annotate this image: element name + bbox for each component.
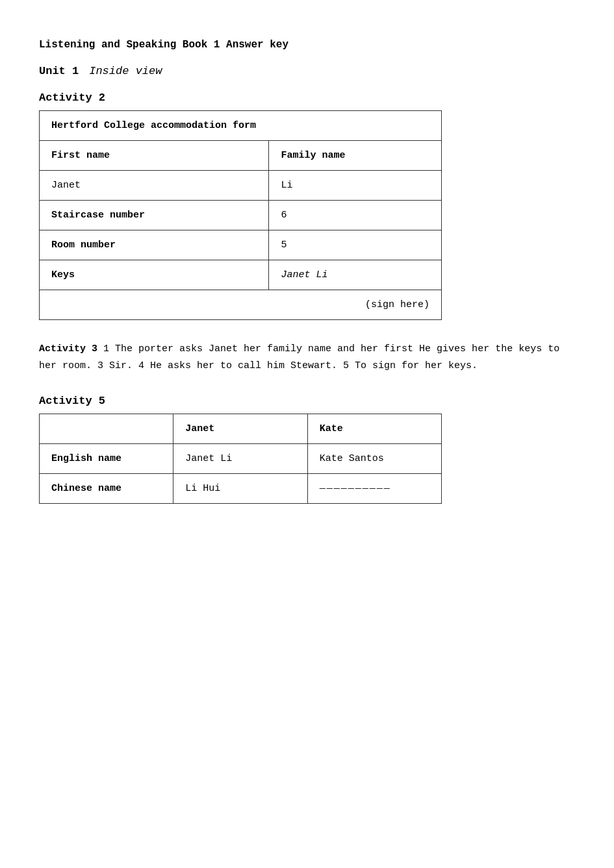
first-name-value: Janet (40, 171, 269, 201)
page-title: Listening and Speaking Book 1 Answer key (39, 39, 575, 51)
a5-chinese-name-janet: Li Hui (173, 474, 307, 504)
unit-heading: Unit 1 Inside view (39, 65, 575, 77)
family-name-value: Li (269, 171, 442, 201)
col-family-name-header: Family name (269, 141, 442, 171)
a5-col-janet-header: Janet (173, 414, 307, 444)
activity3-label: Activity 3 (39, 343, 97, 354)
activity5-heading: Activity 5 (39, 395, 575, 407)
form-title: Hertford College accommodation form (40, 111, 442, 141)
a5-col-empty (40, 414, 173, 444)
keys-value: Janet Li (269, 260, 442, 290)
sign-here: (sign here) (40, 290, 442, 320)
staircase-value: 6 (269, 201, 442, 230)
col-first-name-header: First name (40, 141, 269, 171)
a5-english-name-kate: Kate Santos (307, 444, 441, 474)
activity5-table: Janet Kate English name Janet Li Kate Sa… (39, 414, 442, 504)
activity3-text: 1 The porter asks Janet her family name … (39, 343, 559, 371)
staircase-label: Staircase number (40, 201, 269, 230)
activity3-block: Activity 3 1 The porter asks Janet her f… (39, 341, 572, 374)
accommodation-form: Hertford College accommodation form Firs… (39, 110, 442, 320)
unit-title: Inside view (89, 65, 162, 77)
activity2-heading: Activity 2 (39, 92, 575, 104)
keys-label: Keys (40, 260, 269, 290)
room-value: 5 (269, 230, 442, 260)
a5-chinese-name-kate: —————————— (307, 474, 441, 504)
a5-english-name-label: English name (40, 444, 173, 474)
a5-english-name-janet: Janet Li (173, 444, 307, 474)
a5-col-kate-header: Kate (307, 414, 441, 444)
unit-label: Unit 1 (39, 65, 79, 77)
room-label: Room number (40, 230, 269, 260)
a5-chinese-name-label: Chinese name (40, 474, 173, 504)
